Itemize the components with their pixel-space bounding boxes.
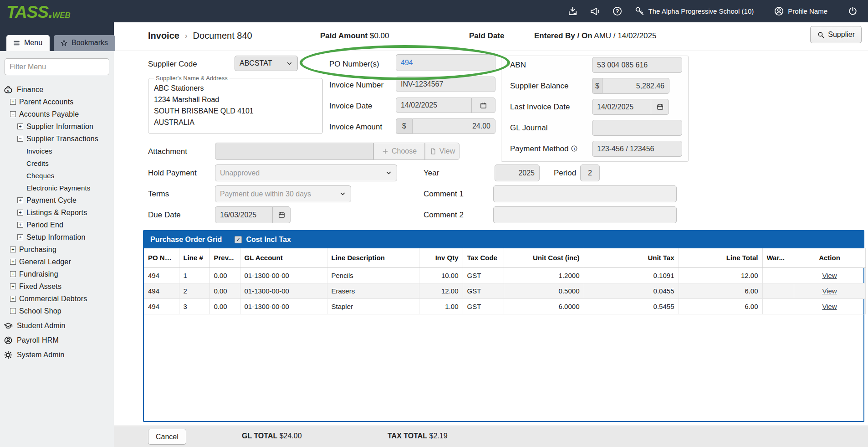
sidebar-item-fixed-assets[interactable]: +Fixed Assets xyxy=(0,280,114,293)
sidebar-item-period-end[interactable]: +Period End xyxy=(0,219,114,231)
attachment-view-button[interactable]: View xyxy=(425,143,460,160)
expand-icon[interactable]: + xyxy=(10,247,16,252)
expand-icon[interactable]: + xyxy=(17,222,23,228)
comment2-label: Comment 2 xyxy=(424,211,464,220)
top-bar: The Alpha Progressive School (10) Profil… xyxy=(0,0,868,22)
supplier-button[interactable]: Supplier xyxy=(810,26,862,43)
cell-tax-code: GST xyxy=(463,283,504,298)
expand-icon[interactable]: + xyxy=(17,210,23,216)
tab-bookmarks[interactable]: Bookmarks xyxy=(54,35,115,51)
due-date-calendar-button[interactable] xyxy=(272,206,291,223)
announcements-button[interactable] xyxy=(590,6,600,16)
comment2-field[interactable] xyxy=(493,206,677,223)
attachment-choose-button[interactable]: Choose xyxy=(373,143,425,160)
sidebar-item-system-admin[interactable]: System Admin xyxy=(0,349,114,361)
cell-gl-account: 01-1300-00-00 xyxy=(240,283,327,298)
chevron-down-icon xyxy=(286,60,293,67)
gear-icon xyxy=(4,350,13,360)
sidebar-item-supplier-information[interactable]: +Supplier Information xyxy=(0,120,114,133)
key-icon xyxy=(634,6,645,16)
sidebar-item-parent-accounts[interactable]: +Parent Accounts xyxy=(0,96,114,108)
sidebar-item-invoices[interactable]: Invoices xyxy=(0,145,114,157)
sidebar-item-general-ledger[interactable]: +General Ledger xyxy=(0,256,114,268)
sidebar-item-credits[interactable]: Credits xyxy=(0,157,114,170)
expand-icon[interactable]: + xyxy=(17,123,23,129)
sidebar-item-payroll-hrm[interactable]: Payroll HRM xyxy=(0,334,114,346)
cell-inv-qty: 12.00 xyxy=(419,283,463,298)
attachment-field[interactable] xyxy=(215,143,373,160)
chevron-down-icon xyxy=(385,170,392,176)
sidebar-item-accounts-payable[interactable]: −Accounts Payable xyxy=(0,108,114,120)
cost-incl-tax-label: Cost Incl Tax xyxy=(246,236,291,244)
column-header-line-: Line # xyxy=(179,248,209,267)
download-button[interactable] xyxy=(567,6,578,16)
attachment-label: Attachment xyxy=(148,147,187,156)
cell-war- xyxy=(762,267,794,283)
collapse-icon[interactable]: − xyxy=(10,111,16,117)
cell-line-description: Pencils xyxy=(327,267,419,283)
expand-icon[interactable]: + xyxy=(10,308,16,314)
expand-icon[interactable]: + xyxy=(10,99,16,105)
column-header-inv-qty: Inv Qty xyxy=(419,248,463,267)
invoice-number-field[interactable] xyxy=(396,77,495,92)
sidebar-item-cheques[interactable]: Cheques xyxy=(0,170,114,182)
last-invoice-date-field[interactable] xyxy=(592,99,651,115)
calendar-icon xyxy=(656,103,664,111)
megaphone-icon xyxy=(590,6,600,16)
expand-icon[interactable]: + xyxy=(10,283,16,289)
sidebar-item-school-shop[interactable]: +School Shop xyxy=(0,305,114,317)
period-label: Period xyxy=(554,169,576,178)
expand-icon[interactable]: + xyxy=(10,296,16,302)
comment1-field[interactable] xyxy=(493,185,677,202)
help-button[interactable] xyxy=(612,6,623,16)
sidebar-item-purchasing[interactable]: +Purchasing xyxy=(0,243,114,256)
last-invoice-date-calendar-button[interactable] xyxy=(651,99,669,115)
column-header-war-: War... xyxy=(762,248,794,267)
expand-icon[interactable]: + xyxy=(10,271,16,277)
sidebar-item-payment-cycle[interactable]: +Payment Cycle xyxy=(0,194,114,206)
view-link[interactable]: View xyxy=(822,287,837,295)
menu-tree: Finance+Parent Accounts−Accounts Payable… xyxy=(0,81,114,361)
tab-menu[interactable]: Menu xyxy=(6,35,50,51)
expand-icon[interactable]: + xyxy=(17,234,23,240)
info-icon[interactable] xyxy=(571,145,578,152)
year-field xyxy=(495,164,540,181)
sidebar-item-supplier-transactions[interactable]: −Supplier Transactions xyxy=(0,133,114,145)
filter-menu-input[interactable] xyxy=(5,58,109,75)
supplier-balance-label: Supplier Balance xyxy=(510,82,569,91)
sidebar-item-setup-information[interactable]: +Setup Information xyxy=(0,231,114,243)
collapse-icon[interactable]: − xyxy=(17,136,23,142)
po-numbers-field[interactable] xyxy=(396,54,495,71)
cell-line-total: 6.00 xyxy=(679,298,762,314)
hold-payment-select[interactable]: Unapproved xyxy=(215,164,397,181)
view-link[interactable]: View xyxy=(822,272,837,279)
expand-icon[interactable]: + xyxy=(10,259,16,265)
breadcrumb-invoice[interactable]: Invoice xyxy=(148,31,179,41)
cost-incl-tax-checkbox[interactable]: ✓ xyxy=(235,236,242,243)
expand-icon[interactable]: + xyxy=(17,197,23,203)
abn-field xyxy=(592,57,682,73)
cancel-button[interactable]: Cancel xyxy=(148,429,186,445)
cell-prev-: 0.00 xyxy=(209,267,240,283)
cell-line-: 3 xyxy=(179,298,209,314)
sidebar-item-finance[interactable]: Finance xyxy=(0,83,114,96)
breadcrumb: Invoice › Document 840 xyxy=(148,31,252,41)
sidebar-item-label: Listings & Reports xyxy=(26,209,87,217)
sidebar-item-commercial-debtors[interactable]: +Commercial Debtors xyxy=(0,293,114,305)
sidebar-item-electronic-payments[interactable]: Electronic Payments xyxy=(0,182,114,194)
school-selector[interactable]: The Alpha Progressive School (10) xyxy=(634,6,754,16)
sidebar-item-student-admin[interactable]: Student Admin xyxy=(0,319,114,332)
cell-unit-cost-inc-: 6.0000 xyxy=(504,298,584,314)
logout-button[interactable] xyxy=(848,6,858,16)
sidebar-item-fundraising[interactable]: +Fundraising xyxy=(0,268,114,280)
sidebar-item-listings-reports[interactable]: +Listings & Reports xyxy=(0,206,114,219)
invoice-amount-field[interactable] xyxy=(412,118,495,134)
profile-menu[interactable]: Profile Name xyxy=(774,6,827,16)
invoice-date-field[interactable] xyxy=(396,98,472,113)
supplier-code-select[interactable]: ABCSTAT xyxy=(235,56,298,71)
terms-select[interactable]: Payment due within 30 days xyxy=(215,185,351,202)
due-date-field[interactable] xyxy=(215,206,273,223)
view-link[interactable]: View xyxy=(822,303,837,310)
cell-unit-cost-inc-: 1.2000 xyxy=(504,267,584,283)
invoice-date-calendar-button[interactable] xyxy=(471,98,495,113)
